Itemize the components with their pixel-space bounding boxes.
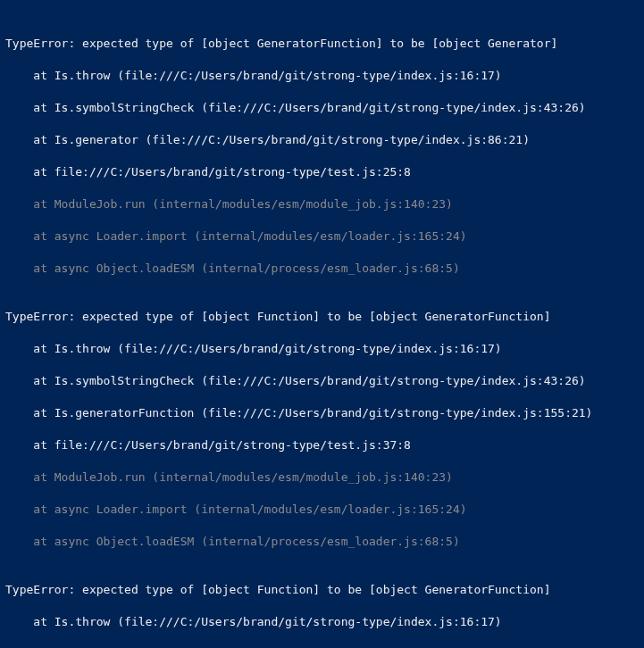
error-header: TypeError: expected type of [object Func…	[5, 583, 550, 596]
stack-frame-internal: at ModuleJob.run (internal/modules/esm/m…	[5, 470, 453, 484]
stack-frame: at Is.throw (file:///C:/Users/brand/git/…	[5, 69, 502, 82]
stack-frame: at Is.throw (file:///C:/Users/brand/git/…	[5, 342, 502, 355]
stack-frame-internal: at async Object.loadESM (internal/proces…	[5, 535, 460, 548]
stack-frame: at file:///C:/Users/brand/git/strong-typ…	[5, 165, 411, 179]
stack-frame: at file:///C:/Users/brand/git/strong-typ…	[5, 438, 411, 452]
error-header: TypeError: expected type of [object Gene…	[5, 37, 557, 50]
terminal-output: TypeError: expected type of [object Gene…	[0, 0, 644, 648]
stack-frame: at Is.throw (file:///C:/Users/brand/git/…	[5, 615, 502, 628]
error-header: TypeError: expected type of [object Func…	[5, 310, 550, 323]
stack-frame-internal: at async Loader.import (internal/modules…	[5, 503, 467, 516]
stack-frame: at Is.generatorFunction (file:///C:/User…	[5, 406, 592, 420]
stack-frame: at Is.symbolStringCheck (file:///C:/User…	[5, 374, 586, 387]
stack-frame-internal: at ModuleJob.run (internal/modules/esm/m…	[5, 197, 453, 211]
stack-frame-internal: at async Object.loadESM (internal/proces…	[5, 262, 460, 275]
stack-frame: at Is.generator (file:///C:/Users/brand/…	[5, 133, 530, 146]
stack-frame: at Is.symbolStringCheck (file:///C:/User…	[5, 101, 586, 114]
stack-frame-internal: at async Loader.import (internal/modules…	[5, 229, 467, 243]
